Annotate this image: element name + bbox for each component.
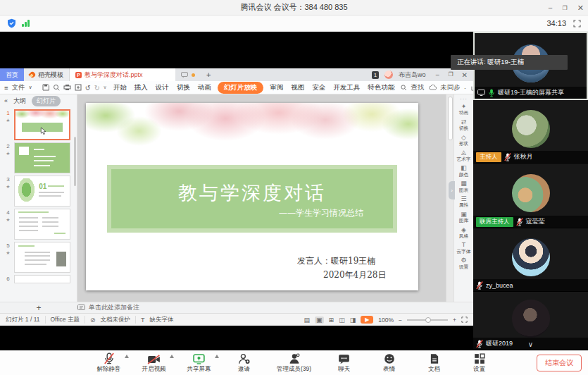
chat-button[interactable]: 聊天 xyxy=(329,352,360,374)
file-menu-caret-icon[interactable]: ∨ xyxy=(29,85,32,90)
export-icon[interactable] xyxy=(75,84,82,91)
video-tile-cohost[interactable]: 联席主持人 寇莹莹 xyxy=(473,164,588,228)
wps-tab-comment-indicator[interactable] xyxy=(175,68,201,81)
tool-settings[interactable]: ⚙设置 xyxy=(458,257,469,269)
zoom-slider-knob[interactable] xyxy=(425,317,431,323)
wps-restore-button[interactable]: ❐ xyxy=(448,71,453,79)
wps-minimize-button[interactable]: − xyxy=(436,71,440,79)
hamburger-icon[interactable]: ≡ xyxy=(4,84,8,92)
video-options-arrow[interactable] xyxy=(170,355,174,358)
slides-tab[interactable]: 幻灯片 xyxy=(32,96,61,106)
menu-animation[interactable]: 动画 xyxy=(196,82,213,93)
play-slideshow-button[interactable]: ▶ xyxy=(361,316,373,324)
save-icon[interactable] xyxy=(42,84,49,91)
strip-collapse-handle[interactable]: › xyxy=(449,181,455,199)
share-screen-button[interactable]: 共享屏幕 xyxy=(184,352,215,374)
tool-transition[interactable]: ⇄切换 xyxy=(458,119,469,131)
share-options-arrow[interactable] xyxy=(215,355,219,358)
sync-status[interactable]: 未同步 · xyxy=(429,83,466,92)
file-menu[interactable]: 文件 xyxy=(12,83,25,92)
video-tile-4[interactable]: zy_bucea xyxy=(473,228,588,292)
wps-document-tab[interactable]: P 教与学深度对话.pptx xyxy=(70,68,175,81)
panel-scrollbar[interactable] xyxy=(74,137,76,186)
menu-insert[interactable]: 插入 xyxy=(133,82,149,93)
notes-placeholder[interactable]: 单击此处添加备注 xyxy=(89,303,139,312)
zoom-slider[interactable] xyxy=(407,319,448,321)
manage-members-button[interactable]: 管理成员(39) xyxy=(274,352,315,374)
missing-font-status[interactable]: 缺失字体 xyxy=(149,316,173,324)
sorter-view-icon[interactable]: ⊞ xyxy=(329,316,334,324)
qa-caret-icon[interactable]: ∨ xyxy=(104,85,107,90)
end-meeting-button[interactable]: 结束会议 xyxy=(537,355,582,371)
zoom-in-button[interactable]: + xyxy=(453,316,456,324)
tool-cloudfonts[interactable]: T云字体 xyxy=(456,242,472,254)
slideshow-view-icon[interactable]: ◨ xyxy=(350,316,356,324)
slide-thumbnail-1[interactable] xyxy=(14,109,70,140)
menu-features[interactable]: 特色功能 xyxy=(366,82,396,93)
tool-charts[interactable]: ▦图表 xyxy=(458,180,469,192)
canvas-scroll-thumb[interactable] xyxy=(448,97,453,140)
theme-name[interactable]: Office 主题 xyxy=(51,316,80,324)
invite-button[interactable]: 邀请 xyxy=(229,352,260,374)
doc-protect-status[interactable]: 文档未保护 xyxy=(100,316,130,324)
menu-transition[interactable]: 切换 xyxy=(175,82,192,93)
security-shield-icon[interactable] xyxy=(7,18,16,28)
minimize-button[interactable]: − xyxy=(548,4,552,12)
mic-options-arrow[interactable] xyxy=(125,355,129,358)
wps-home-tab[interactable]: 首页 xyxy=(0,68,24,81)
normal-view-icon[interactable]: ▣ xyxy=(315,316,324,324)
start-video-button[interactable]: 开启视频 xyxy=(139,352,170,374)
menu-devtools[interactable]: 开发工具 xyxy=(332,82,361,93)
wps-user-avatar[interactable] xyxy=(384,70,393,79)
tool-style[interactable]: ◈风格 xyxy=(458,227,469,239)
menu-slideshow[interactable]: 幻灯片放映 xyxy=(218,82,264,94)
menu-review[interactable]: 审阅 xyxy=(268,82,284,93)
print-preview-icon[interactable] xyxy=(53,84,60,91)
slide-thumbnail-6[interactable] xyxy=(14,275,70,283)
outline-tab[interactable]: 大纲 xyxy=(13,97,26,106)
panel-collapse-icon[interactable]: « xyxy=(4,97,8,104)
slide-thumbnail-3[interactable]: 01 xyxy=(14,176,70,207)
print-icon[interactable] xyxy=(63,84,71,91)
tool-animation[interactable]: ✦动画 xyxy=(458,104,469,116)
redo-icon[interactable]: ↻ xyxy=(94,84,100,92)
tool-wordart[interactable]: ◬艺术字 xyxy=(456,149,472,161)
tool-colors[interactable]: ◧颜色 xyxy=(458,165,469,177)
sidebar-collapse-icon[interactable]: ∨ xyxy=(528,340,533,348)
restore-button[interactable]: ❐ xyxy=(563,5,568,11)
zoom-out-button[interactable]: − xyxy=(399,316,402,324)
slide-thumbnail-2[interactable] xyxy=(14,142,70,173)
undo-icon[interactable]: ↺ xyxy=(85,84,91,92)
docs-button[interactable]: 文档 xyxy=(419,352,450,374)
network-signal-icon[interactable] xyxy=(22,20,30,27)
menu-view[interactable]: 视图 xyxy=(289,82,306,93)
reading-view-icon[interactable]: ◫ xyxy=(339,316,345,324)
menu-start[interactable]: 开始 xyxy=(112,82,128,93)
settings-button[interactable]: 设置 xyxy=(464,352,495,374)
menu-security[interactable]: 安全 xyxy=(311,82,327,93)
fullscreen-icon[interactable] xyxy=(573,20,581,27)
wps-template-tab[interactable]: 稻壳模板 xyxy=(24,68,70,81)
wps-user-name[interactable]: 布吉岛wo xyxy=(399,70,426,80)
zoom-level[interactable]: 100% xyxy=(378,316,394,324)
strip-more-icon[interactable]: ··· xyxy=(460,96,468,102)
notes-view-icon[interactable]: ▤ xyxy=(304,316,311,324)
tool-properties[interactable]: ☰属性 xyxy=(458,196,469,208)
new-tab-button[interactable]: + xyxy=(201,68,216,81)
fit-slide-icon[interactable] xyxy=(461,316,468,323)
close-button[interactable]: ✕ xyxy=(577,4,584,13)
slide-thumbnail-5[interactable] xyxy=(14,242,70,273)
unmute-button[interactable]: 解除静音 xyxy=(94,352,125,374)
emoji-button[interactable]: 表情 xyxy=(374,352,405,374)
tool-gallery[interactable]: ▣图库 xyxy=(458,211,469,223)
wps-message-badge[interactable]: 1 xyxy=(372,71,379,79)
wps-close-button[interactable]: ✕ xyxy=(462,71,468,79)
find-button[interactable]: 查找 xyxy=(401,83,424,92)
tool-shapes[interactable]: ◇形状 xyxy=(458,135,469,147)
add-slide-button[interactable]: + xyxy=(0,303,77,313)
video-tile-5[interactable]: 暖研2019 ∨ xyxy=(473,292,588,350)
video-tile-host[interactable]: 主持人 张秋月 xyxy=(473,100,588,164)
current-slide[interactable]: 教与学深度对话 ——学生学习情况总结 发言人：暖研19王楠 2020年4月28日 xyxy=(86,103,418,290)
menu-design[interactable]: 设计 xyxy=(154,82,170,93)
slide-thumbnail-4[interactable] xyxy=(14,209,70,240)
